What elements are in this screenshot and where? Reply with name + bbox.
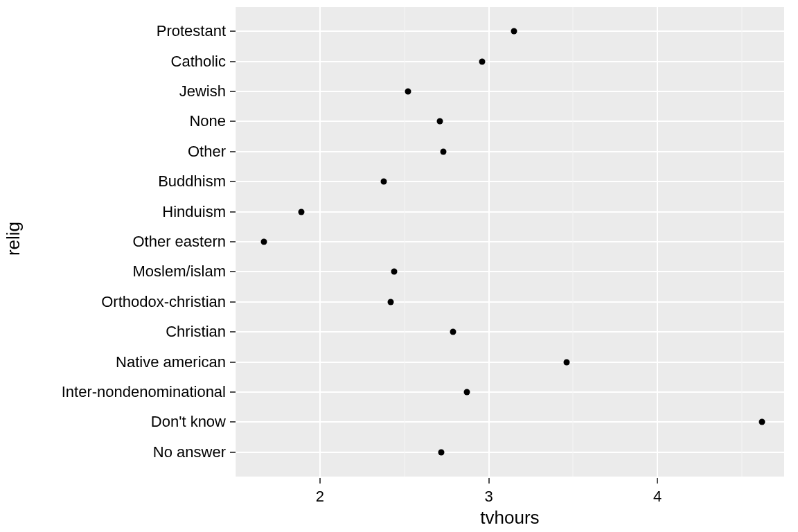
dot-plot: relig ProtestantCatholicJewishNoneOtherB… [0, 0, 798, 532]
y-tick-mark [230, 121, 236, 122]
gridline-vertical-minor [742, 7, 743, 477]
y-tick-label: Orthodox-christian [101, 293, 226, 311]
gridline-horizontal [236, 30, 784, 32]
y-tick-mark [230, 421, 236, 423]
gridline-vertical [319, 7, 321, 477]
y-tick-label: Don't know [151, 413, 226, 431]
y-tick-label: Hinduism [162, 203, 226, 221]
y-tick-label: No answer [153, 443, 226, 461]
gridline-horizontal [236, 271, 784, 272]
gridline-horizontal [236, 362, 784, 363]
gridline-horizontal [236, 301, 784, 303]
data-point [299, 209, 305, 215]
y-tick-mark [230, 391, 236, 393]
gridline-horizontal [236, 121, 784, 122]
gridline-vertical-minor [236, 7, 236, 477]
plot-panel [236, 7, 784, 477]
y-tick-mark [230, 181, 236, 182]
gridline-horizontal [236, 181, 784, 182]
gridline-horizontal [236, 421, 784, 423]
gridline-horizontal [236, 331, 784, 332]
gridline-horizontal [236, 91, 784, 92]
y-tick-label: Moslem/islam [133, 263, 226, 281]
y-tick-mark [230, 271, 236, 272]
y-tick-label: Jewish [179, 82, 226, 100]
gridline-horizontal [236, 151, 784, 152]
x-tick-mark [657, 478, 658, 484]
y-tick-mark [230, 91, 236, 92]
data-point [463, 389, 470, 395]
y-tick-label: None [189, 112, 226, 130]
x-axis-tick-labels: 234 [236, 484, 784, 504]
data-point [261, 239, 267, 245]
y-tick-label: Native american [116, 353, 226, 371]
gridline-vertical-minor [404, 7, 405, 477]
y-tick-mark [230, 362, 236, 363]
data-point [450, 329, 456, 335]
x-tick-label: 3 [484, 488, 493, 506]
x-tick-label: 2 [316, 488, 324, 506]
data-point [388, 299, 394, 305]
data-point [391, 269, 398, 275]
data-point [405, 89, 411, 95]
data-point [759, 419, 765, 425]
y-tick-mark [230, 331, 236, 332]
gridline-vertical-minor [573, 7, 574, 477]
data-point [381, 179, 387, 185]
x-tick-label: 4 [653, 488, 662, 506]
data-point [511, 28, 517, 35]
y-tick-mark [230, 211, 236, 213]
gridline-vertical [488, 7, 490, 477]
y-tick-label: Catholic [171, 53, 226, 71]
y-tick-mark [230, 151, 236, 152]
y-tick-label: Buddhism [158, 172, 226, 190]
gridline-horizontal [236, 211, 784, 213]
x-axis-title: tvhours [236, 507, 784, 529]
y-tick-label: Christian [166, 323, 226, 341]
x-tick-mark [319, 478, 321, 484]
gridline-horizontal [236, 391, 784, 393]
gridline-horizontal [236, 452, 784, 453]
y-tick-label: Inter-nondenominational [62, 383, 226, 401]
y-tick-mark [230, 241, 236, 242]
data-point [563, 359, 569, 365]
y-tick-mark [230, 452, 236, 453]
y-axis-title: relig [0, 0, 28, 477]
x-tick-mark [488, 478, 490, 484]
data-point [440, 148, 446, 154]
data-point [436, 118, 443, 125]
y-tick-label: Other [188, 143, 226, 161]
data-point [438, 449, 445, 455]
y-tick-label: Other eastern [132, 233, 226, 251]
y-tick-mark [230, 30, 236, 32]
y-tick-mark [230, 61, 236, 62]
gridline-horizontal [236, 61, 784, 62]
y-tick-label: Protestant [157, 22, 226, 40]
y-axis-tick-labels: ProtestantCatholicJewishNoneOtherBuddhis… [28, 7, 236, 477]
data-point [479, 58, 485, 64]
gridline-horizontal [236, 241, 784, 242]
y-tick-mark [230, 301, 236, 303]
gridline-vertical [657, 7, 658, 477]
